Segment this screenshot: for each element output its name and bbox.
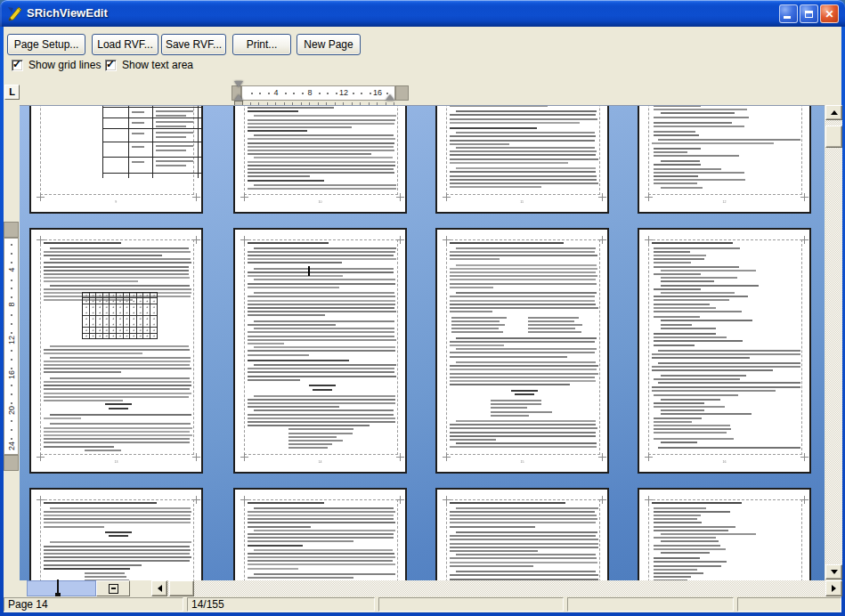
page-12[interactable]: 12 xyxy=(638,105,811,214)
vruler-number: 24 xyxy=(7,441,16,450)
page-number-footer: 16 xyxy=(639,458,809,466)
page-19[interactable]: 19 xyxy=(435,488,609,580)
close-icon: ✕ xyxy=(825,9,833,20)
page-number-footer: 13 xyxy=(31,458,201,466)
wordsearch-grid xyxy=(82,292,158,339)
vruler-tick xyxy=(11,402,12,404)
scroll-right-button[interactable] xyxy=(825,580,842,596)
framed-page-view-icon xyxy=(109,584,118,594)
vruler-tick xyxy=(11,429,12,431)
page-layout-view-icon xyxy=(57,580,59,596)
scroll-up-button[interactable] xyxy=(825,105,842,120)
right-indent-marker[interactable] xyxy=(386,94,394,101)
scroll-left-button[interactable] xyxy=(151,580,167,596)
vruler-tick xyxy=(11,280,12,281)
text-area-corner-mark xyxy=(396,236,404,244)
status-bar: Page 1414/155 xyxy=(4,596,841,612)
status-panel-page-label: Page 14 xyxy=(4,597,183,612)
page-number-footer: 15 xyxy=(437,458,607,466)
hruler-tick xyxy=(302,93,304,94)
vruler-tick xyxy=(11,296,12,298)
vruler-bottom-cap xyxy=(4,455,19,471)
hanging-indent-marker[interactable] xyxy=(234,94,243,101)
horizontal-scroll-thumb[interactable] xyxy=(169,580,194,596)
text-area-corner-mark xyxy=(800,496,808,504)
vruler-tick xyxy=(11,359,12,361)
page-10[interactable]: 10 xyxy=(233,105,407,214)
text-area-corner-mark xyxy=(396,496,404,504)
page-layout-view-button[interactable] xyxy=(36,580,59,596)
view-mode-panel xyxy=(27,580,96,596)
page-17[interactable]: 17 xyxy=(29,488,203,580)
show-grid-lines-option[interactable]: ✓ Show grid lines xyxy=(12,59,101,71)
editor-area: L 481216 4812162024 xyxy=(4,78,841,596)
page-18[interactable]: 18 xyxy=(233,488,407,580)
app-icon richview-pen-icon[interactable] xyxy=(6,5,22,21)
hruler-number: 16 xyxy=(373,88,382,97)
framed-page-view-button[interactable] xyxy=(96,580,130,596)
vruler-number: 12 xyxy=(7,335,16,344)
vruler-tick xyxy=(11,393,12,395)
vruler-tick xyxy=(11,332,12,334)
page-15[interactable]: 15 xyxy=(435,228,609,474)
vruler-tick xyxy=(11,368,12,369)
page-14[interactable]: 14 xyxy=(233,228,407,474)
first-line-indent-marker[interactable] xyxy=(234,81,243,87)
maximize-button[interactable] xyxy=(800,4,818,23)
minimize-button[interactable] xyxy=(779,4,798,23)
toolbar-button-print[interactable]: Print... xyxy=(232,34,291,55)
horizontal-scrollbar[interactable] xyxy=(151,580,842,596)
text-area-corner-mark xyxy=(800,236,808,244)
client-area: ✓ Show grid lines ✓ Show text area Page … xyxy=(4,27,841,612)
scroll-down-icon xyxy=(831,570,838,578)
page-9[interactable]: 9 xyxy=(29,105,203,214)
show-text-area-option[interactable]: ✓ Show text area xyxy=(105,59,193,71)
text-area-corner-mark xyxy=(598,496,606,504)
vruler-number: 20 xyxy=(7,406,16,416)
vruler-number: 8 xyxy=(7,300,16,310)
vruler-tick xyxy=(11,314,12,316)
vruler-tick xyxy=(11,438,12,440)
titlebar: SRichViewEdit ✕ xyxy=(0,0,845,27)
page-20[interactable]: 20 xyxy=(638,488,811,580)
page-number-footer: 11 xyxy=(437,198,607,206)
page-13[interactable]: 13 xyxy=(29,228,203,474)
hruler-number: 8 xyxy=(307,88,312,97)
list-view-button[interactable] xyxy=(28,580,36,596)
tab-selector-button[interactable]: L xyxy=(4,85,20,100)
toolbar-button-page-setup[interactable]: Page Setup... xyxy=(7,34,85,55)
toolbar-button-save-rvf[interactable]: Save RVF... xyxy=(161,34,226,55)
status-panel-empty-2 xyxy=(378,597,564,612)
text-area-corner-mark xyxy=(598,236,606,244)
show-text-area-checkbox[interactable]: ✓ xyxy=(105,60,117,71)
hruler-tick xyxy=(336,93,337,94)
vruler-top-cap xyxy=(4,222,19,238)
vruler-tick xyxy=(11,288,12,289)
scroll-down-button[interactable] xyxy=(825,564,842,580)
page-16[interactable]: 16 xyxy=(638,228,811,474)
vertical-scrollbar[interactable] xyxy=(825,105,842,580)
hruler-tick xyxy=(268,93,270,94)
toolbar: ✓ Show grid lines ✓ Show text area Page … xyxy=(4,27,841,78)
hruler-tick xyxy=(259,93,261,94)
minimize-icon xyxy=(784,16,791,19)
pages-viewport[interactable]: 91011121314151617181920 xyxy=(20,105,825,580)
page-number-footer: 10 xyxy=(235,198,405,206)
vruler-tick xyxy=(11,420,12,422)
hruler-number: 4 xyxy=(273,88,278,97)
hruler-tick xyxy=(251,93,253,94)
toolbar-button-new-page[interactable]: New Page xyxy=(297,34,361,55)
text-area-corner-mark xyxy=(192,236,200,244)
hruler-tick xyxy=(361,93,362,94)
text-caret xyxy=(308,266,310,276)
close-button[interactable]: ✕ xyxy=(820,4,839,23)
show-grid-lines-checkbox[interactable]: ✓ xyxy=(12,60,23,71)
toolbar-button-load-rvf[interactable]: Load RVF... xyxy=(92,34,158,55)
horizontal-scrollbar-row xyxy=(4,580,841,596)
show-text-area-label: Show text area xyxy=(122,59,193,71)
hruler-right-cap xyxy=(395,85,409,101)
vertical-scroll-thumb[interactable] xyxy=(825,126,842,148)
page-number-footer: 12 xyxy=(639,198,809,206)
window-title: SRichViewEdit xyxy=(27,0,108,27)
page-11[interactable]: 11 xyxy=(435,105,609,214)
